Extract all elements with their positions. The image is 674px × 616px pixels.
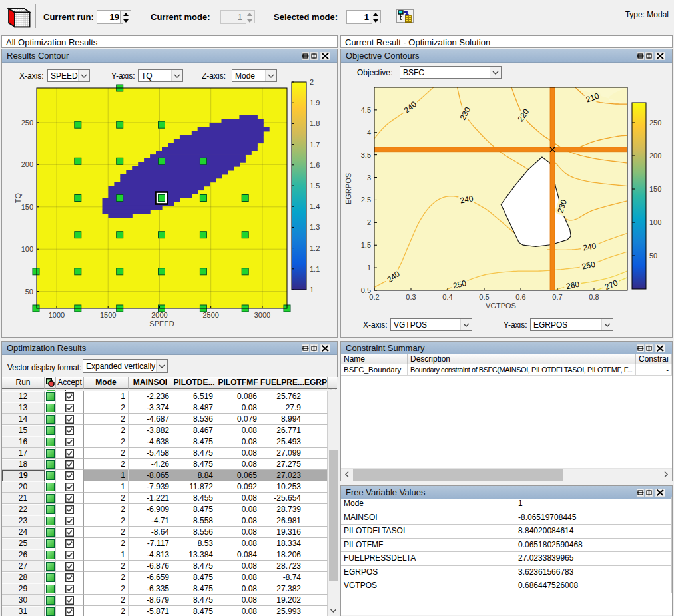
svg-text:1: 1: [367, 264, 371, 272]
svg-text:100: 100: [649, 218, 661, 226]
svg-text:0.4: 0.4: [442, 293, 452, 301]
svg-text:SPEED: SPEED: [149, 320, 174, 328]
svg-text:1000: 1000: [49, 311, 65, 319]
svg-text:2500: 2500: [202, 311, 218, 319]
svg-text:1: 1: [310, 286, 314, 294]
svg-text:1.3: 1.3: [310, 223, 320, 231]
svg-text:EGRPOS: EGRPOS: [344, 173, 352, 204]
svg-text:1.5: 1.5: [310, 182, 320, 190]
svg-text:250: 250: [649, 119, 661, 127]
svg-text:4.5: 4.5: [361, 106, 371, 114]
svg-text:150: 150: [649, 185, 661, 193]
svg-text:4: 4: [367, 129, 371, 137]
svg-text:1.9: 1.9: [310, 99, 320, 107]
svg-text:1.2: 1.2: [310, 244, 320, 252]
svg-text:1500: 1500: [100, 311, 116, 319]
svg-text:0.5: 0.5: [479, 293, 489, 301]
svg-text:2000: 2000: [151, 311, 167, 319]
svg-text:3.5: 3.5: [361, 151, 371, 159]
svg-text:50: 50: [649, 252, 657, 260]
svg-text:50: 50: [25, 288, 33, 296]
svg-text:150: 150: [21, 203, 33, 211]
svg-text:200: 200: [21, 160, 33, 168]
svg-text:100: 100: [21, 245, 33, 253]
svg-text:0.8: 0.8: [589, 293, 599, 301]
svg-text:1.5: 1.5: [361, 241, 371, 249]
svg-text:0.7: 0.7: [552, 293, 562, 301]
svg-text:1.4: 1.4: [310, 202, 320, 210]
svg-text:200: 200: [649, 152, 661, 160]
svg-text:1.7: 1.7: [310, 141, 320, 149]
svg-text:2: 2: [367, 218, 371, 226]
svg-text:0.6: 0.6: [515, 293, 525, 301]
svg-text:1.1: 1.1: [310, 265, 320, 273]
svg-text:VGTPOS: VGTPOS: [486, 302, 516, 310]
svg-text:1.8: 1.8: [310, 119, 320, 127]
svg-text:3000: 3000: [254, 311, 270, 319]
svg-text:0.3: 0.3: [406, 293, 416, 301]
svg-text:0.5: 0.5: [361, 286, 371, 294]
svg-text:3: 3: [367, 174, 371, 182]
svg-text:TQ: TQ: [14, 192, 22, 203]
svg-text:1.6: 1.6: [310, 161, 320, 169]
svg-text:250: 250: [21, 119, 33, 127]
svg-text:2: 2: [310, 78, 314, 86]
svg-text:2.5: 2.5: [361, 196, 371, 204]
